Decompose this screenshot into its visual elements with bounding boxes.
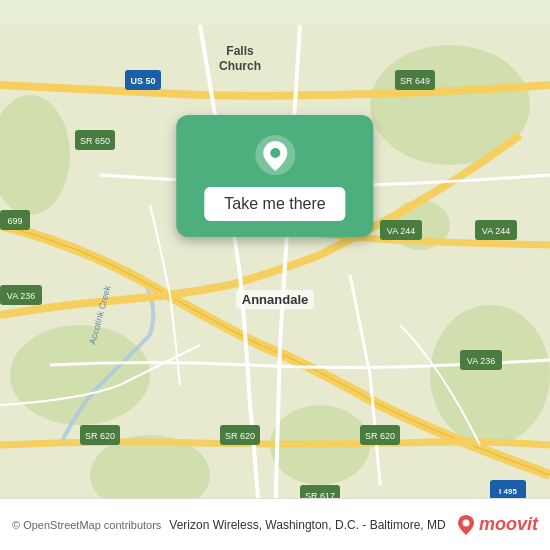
tooltip-card: Take me there [176, 115, 373, 237]
map-roads: US 50 SR 649 SR 650 VA 244 VA 244 VA 236… [0, 0, 550, 550]
svg-text:VA 244: VA 244 [482, 226, 510, 236]
copyright-text: © OpenStreetMap contributors [12, 519, 161, 531]
take-me-there-button[interactable]: Take me there [204, 187, 345, 221]
svg-text:SR 620: SR 620 [85, 431, 115, 441]
map-container: US 50 SR 649 SR 650 VA 244 VA 244 VA 236… [0, 0, 550, 550]
svg-text:SR 620: SR 620 [225, 431, 255, 441]
svg-text:SR 650: SR 650 [80, 136, 110, 146]
svg-text:US 50: US 50 [130, 76, 155, 86]
svg-text:SR 620: SR 620 [365, 431, 395, 441]
moovit-pin-icon [456, 514, 476, 536]
svg-text:VA 236: VA 236 [7, 291, 35, 301]
location-pin-icon [253, 133, 297, 177]
bottom-bar: © OpenStreetMap contributors Verizon Wir… [0, 498, 550, 550]
svg-text:699: 699 [7, 216, 22, 226]
svg-text:Falls: Falls [226, 44, 254, 58]
svg-text:VA 236: VA 236 [467, 356, 495, 366]
svg-text:Church: Church [219, 59, 261, 73]
svg-point-3 [430, 305, 550, 445]
svg-point-38 [270, 148, 280, 158]
app-label: Verizon Wireless, Washington, D.C. - Bal… [169, 518, 448, 532]
svg-text:I 495: I 495 [499, 487, 517, 496]
svg-text:SR 649: SR 649 [400, 76, 430, 86]
moovit-text: moovit [479, 514, 538, 535]
svg-text:VA 244: VA 244 [387, 226, 415, 236]
svg-point-39 [462, 519, 469, 526]
moovit-logo: moovit [456, 514, 538, 536]
place-label: Annandale [236, 290, 314, 309]
